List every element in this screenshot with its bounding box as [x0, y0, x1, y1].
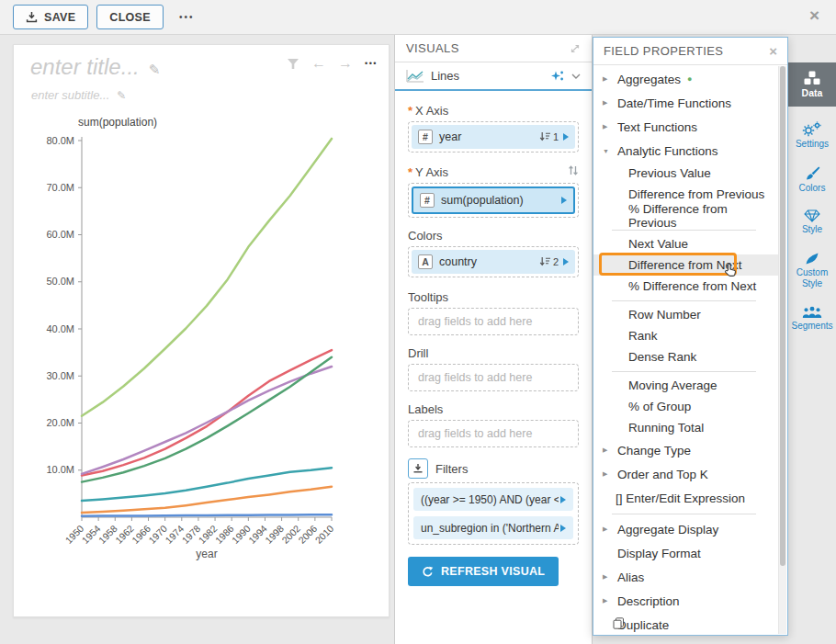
chart-line-orange [82, 487, 332, 513]
menu-item-display-format[interactable]: Display Format [593, 541, 778, 565]
tooltips-shelf[interactable]: drag fields to add here [408, 308, 579, 335]
caret-down-icon: ▼ [603, 148, 609, 154]
filter-pill-1[interactable]: ((year >= 1950) AND (year <=... [413, 488, 573, 511]
labels-shelf-label: Labels [408, 402, 579, 416]
field-properties-title: FIELD PROPERTIES [604, 44, 723, 58]
filter-pill-2[interactable]: un_subregion in ('Northern Af... [413, 516, 573, 539]
menu-item-label: Aggregate Display [617, 523, 718, 537]
data-cubes-icon [803, 71, 821, 85]
refresh-visual-button[interactable]: REFRESH VISUAL [408, 557, 559, 586]
menu-item-alias[interactable]: ▶Alias [593, 565, 778, 589]
menu-item-label: Dense Rank [628, 350, 696, 364]
sidebar-tab-custom-style[interactable]: Custom Style [788, 252, 836, 290]
field-pill-country[interactable]: A country 2 [412, 250, 575, 274]
save-button-label: SAVE [44, 11, 75, 24]
field-menu-arrow-icon[interactable] [563, 258, 569, 266]
chart-type-selector[interactable]: Lines [395, 62, 592, 91]
leaf-icon [805, 252, 819, 266]
gears-icon [802, 121, 822, 137]
sort-order-number: 1 [553, 131, 559, 142]
drill-shelf-label: Drill [408, 346, 579, 360]
menu-item-label: % of Group [628, 400, 691, 413]
menu-divider [612, 514, 756, 514]
menu-item-running-total[interactable]: Running Total [593, 417, 778, 438]
menu-item-difference-from-next[interactable]: % Difference from Next [593, 276, 778, 297]
menu-item-text-functions[interactable]: ▶Text Functions [593, 115, 778, 139]
drill-shelf[interactable]: drag fields to add here [408, 364, 579, 391]
expand-panel-icon[interactable] [570, 43, 581, 54]
menu-item-label: Description [617, 594, 680, 608]
field-menu-arrow-icon[interactable] [563, 133, 569, 141]
caret-right-icon: ▶ [603, 573, 607, 581]
field-pill-year[interactable]: # year 1 [412, 125, 575, 149]
duplicate-copy-icon [613, 617, 625, 632]
menu-item-label: Previous Value [628, 166, 711, 180]
scrollbar-track[interactable] [778, 66, 786, 634]
colors-shelf-label: Colors [408, 229, 579, 243]
window-close-icon[interactable]: × [809, 6, 819, 27]
sidebar-tab-settings[interactable]: Settings [788, 121, 836, 151]
menu-item-next-value[interactable]: Next Value [593, 233, 778, 254]
menu-item-rank[interactable]: Rank [593, 325, 778, 346]
download-tray-icon [412, 463, 424, 474]
save-button[interactable]: SAVE [13, 5, 88, 29]
menu-item-analytic-functions[interactable]: ▼Analytic Functions [593, 139, 778, 163]
smart-suggest-sparkle-icon[interactable] [550, 70, 564, 83]
field-menu-arrow-icon[interactable] [561, 197, 567, 204]
sidebar-tab-segments[interactable]: Segments [788, 306, 836, 333]
filters-shelf: ((year >= 1950) AND (year <=...un_subreg… [408, 482, 579, 545]
menu-item-difference-from-next[interactable]: Difference from Next [593, 254, 778, 276]
menu-item-previous-value[interactable]: Previous Value [593, 163, 778, 184]
menu-item-row-number[interactable]: Row Number [593, 304, 778, 325]
menu-item-dense-rank[interactable]: Dense Rank [593, 346, 778, 367]
chevron-down-icon[interactable] [571, 73, 581, 79]
field-properties-close-icon[interactable]: × [769, 43, 777, 59]
numeric-type-badge: # [420, 193, 435, 208]
menu-item-enter-edit-expression[interactable]: [] Enter/Edit Expression [593, 486, 778, 510]
visual-canvas-card: enter title... ✎ enter subtitle... ✎ ← →… [13, 44, 390, 617]
menu-item-label: Analytic Functions [617, 144, 718, 158]
menu-item-difference-from-previous[interactable]: % Difference from Previous [593, 205, 778, 226]
menu-item-description[interactable]: ▶Description [593, 589, 778, 613]
field-pill-sum-population[interactable]: # sum(population) [412, 186, 575, 214]
caret-right-icon: ▶ [603, 446, 607, 454]
svg-text:60.0M: 60.0M [46, 229, 74, 240]
labels-shelf[interactable]: drag fields to add here [408, 420, 579, 447]
sidebar-tab-style[interactable]: Style [788, 209, 836, 236]
active-indicator-dot: ● [687, 75, 692, 84]
caret-right-icon: ▶ [603, 525, 607, 533]
scrollbar-thumb[interactable] [780, 66, 785, 566]
top-toolbar: SAVE CLOSE ••• × [0, 0, 836, 35]
menu-item-label: % Difference from Previous [628, 202, 778, 230]
field-menu-arrow-icon[interactable] [560, 525, 566, 532]
close-button[interactable]: CLOSE [96, 5, 164, 29]
sidebar-tab-colors[interactable]: Colors [788, 166, 836, 195]
menu-item-moving-average[interactable]: Moving Average [593, 375, 778, 396]
y-axis-shelf: # sum(population) [408, 183, 579, 218]
menu-divider [612, 371, 756, 372]
field-properties-menu: ▶Aggregates●▶Date/Time Functions▶Text Fu… [593, 65, 778, 637]
menu-item-of-group[interactable]: % of Group [593, 396, 778, 417]
toolbar-more-icon[interactable]: ••• [179, 12, 195, 22]
menu-item-date-time-functions[interactable]: ▶Date/Time Functions [593, 91, 778, 115]
menu-item-order-and-top-k[interactable]: ▶Order and Top K [593, 462, 778, 486]
caret-right-icon: ▶ [603, 99, 607, 107]
add-filter-button[interactable] [408, 458, 428, 479]
svg-text:80.0M: 80.0M [46, 135, 74, 146]
svg-text:20.0M: 20.0M [46, 417, 74, 428]
menu-item-label: Difference from Next [628, 258, 742, 272]
svg-text:2010: 2010 [312, 523, 335, 546]
field-menu-arrow-icon[interactable] [560, 496, 566, 503]
menu-item-aggregate-display[interactable]: ▶Aggregate Display [593, 517, 778, 541]
sidebar-tab-data[interactable]: Data [788, 62, 836, 107]
visuals-panel-title: VISUALS [406, 41, 459, 55]
svg-text:sum(population): sum(population) [78, 116, 157, 129]
swap-axes-icon[interactable] [568, 164, 579, 176]
menu-item-label: Moving Average [628, 378, 717, 392]
field-properties-popover: FIELD PROPERTIES × ▶Aggregates●▶Date/Tim… [593, 37, 788, 636]
caret-right-icon: ▶ [603, 597, 607, 604]
sort-order-number: 2 [553, 256, 559, 267]
menu-item-change-type[interactable]: ▶Change Type [593, 438, 778, 462]
menu-item-duplicate[interactable]: Duplicate [593, 613, 778, 637]
menu-item-aggregates[interactable]: ▶Aggregates● [593, 67, 778, 91]
